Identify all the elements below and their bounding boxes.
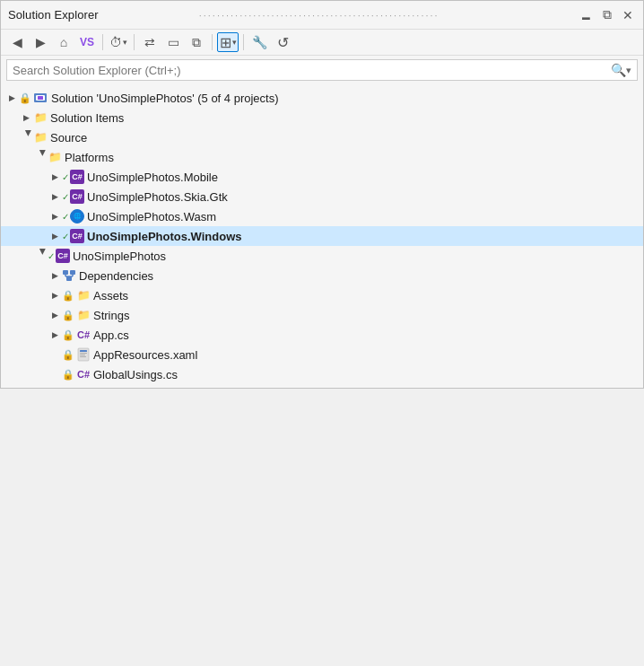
windows-expand[interactable]: ▶: [48, 229, 62, 243]
wasm-globe-icon: 🌐: [70, 209, 84, 223]
strings-label: Strings: [93, 309, 129, 322]
mobile-cs-icon: C#: [70, 170, 84, 184]
vs-button[interactable]: VS: [76, 32, 98, 52]
tree-view: ▶ 🔒 Solution 'UnoSimplePhotos' (5 of 4 p…: [1, 84, 643, 388]
strings-lock-icon: 🔒: [62, 310, 74, 321]
appcs-icon: C#: [76, 328, 91, 342]
windows-node[interactable]: ▶ ✓ C# UnoSimplePhotos.Windows: [1, 226, 643, 246]
split-button[interactable]: ▭: [162, 32, 184, 52]
dependencies-node[interactable]: ▶ Dependencies: [1, 266, 643, 285]
windows-check-icon: ✓: [62, 232, 69, 241]
windows-cs-icon: C#: [70, 229, 84, 243]
mobile-node[interactable]: ▶ ✓ C# UnoSimplePhotos.Mobile: [1, 167, 643, 187]
svg-rect-2: [38, 96, 43, 100]
home-button[interactable]: ⌂: [53, 32, 74, 52]
skia-csharp-icon: C#: [70, 189, 84, 204]
sep2: [134, 34, 135, 50]
deps-expand[interactable]: ▶: [48, 268, 62, 283]
source-collapse-arrow[interactable]: ▶: [19, 130, 33, 145]
title-bar: Solution Explorer ······················…: [1, 1, 643, 30]
back-button[interactable]: ◀: [6, 32, 28, 52]
svg-rect-11: [80, 350, 87, 352]
platforms-folder-icon: 📁: [48, 150, 62, 164]
appresources-label: AppResources.xaml: [93, 348, 197, 362]
dependencies-label: Dependencies: [79, 269, 153, 283]
view-button[interactable]: ⊞ ▾: [217, 32, 239, 52]
platforms-collapse-arrow[interactable]: ▶: [33, 150, 48, 164]
view-icon: ⊞: [220, 34, 231, 51]
pin-button[interactable]: 🗕: [577, 7, 595, 23]
skia-expand[interactable]: ▶: [48, 189, 62, 204]
globalusings-icon: C#: [76, 367, 91, 381]
back-icon: ◀: [13, 35, 22, 49]
appres-lock-icon: 🔒: [62, 349, 74, 361]
wasm-icon: 🌐: [70, 209, 84, 223]
mobile-expand[interactable]: ▶: [48, 170, 62, 184]
windows-csharp-icon: C#: [70, 229, 84, 243]
view-dropdown-icon: ▾: [232, 38, 237, 47]
strings-folder-icon: 📁: [76, 308, 91, 322]
solution-label: Solution 'UnoSimplePhotos' (5 of 4 proje…: [51, 92, 279, 105]
skia-gtk-node[interactable]: ▶ ✓ C# UnoSimplePhotos.Skia.Gtk: [1, 187, 643, 206]
history-icon: ⏱: [109, 35, 122, 49]
svg-rect-4: [70, 270, 75, 275]
forward-icon: ▶: [36, 35, 46, 49]
title-bar-buttons: 🗕 ⧉ ✕: [577, 6, 636, 23]
refresh-button[interactable]: ↺: [272, 32, 293, 52]
usp-csharp-icon: C#: [56, 249, 70, 263]
solution-items-folder-icon: 📁: [33, 110, 48, 125]
home-icon: ⌂: [60, 35, 67, 49]
forward-button[interactable]: ▶: [30, 32, 51, 52]
wasm-expand[interactable]: ▶: [48, 209, 62, 223]
history-dropdown-icon: ▾: [123, 38, 127, 47]
sync-button[interactable]: ⇄: [139, 32, 161, 52]
globalusings-label: GlobalUsings.cs: [93, 368, 178, 381]
platforms-node[interactable]: ▶ 📁 Platforms: [1, 147, 643, 167]
solution-items-expand[interactable]: ▶: [19, 110, 33, 125]
history-button[interactable]: ⏱ ▾: [108, 32, 129, 52]
usp-collapse-arrow[interactable]: ▶: [33, 249, 48, 263]
solution-collapse-arrow[interactable]: ▶: [4, 91, 19, 105]
appcs-expand[interactable]: ▶: [48, 328, 62, 342]
source-label: Source: [50, 131, 87, 145]
close-button[interactable]: ✕: [620, 7, 636, 23]
solution-node[interactable]: ▶ 🔒 Solution 'UnoSimplePhotos' (5 of 4 p…: [1, 88, 643, 108]
wasm-label: UnoSimplePhotos.Wasm: [87, 210, 216, 223]
assets-expand[interactable]: ▶: [48, 288, 62, 302]
appresources-node[interactable]: 🔒 AppResources.xaml: [1, 345, 643, 364]
uno-simple-photos-node[interactable]: ▶ ✓ C# UnoSimplePhotos: [1, 246, 643, 266]
usp-label: UnoSimplePhotos: [73, 250, 166, 263]
assets-node[interactable]: ▶ 🔒 📁 Assets: [1, 285, 643, 305]
lock-icon: 🔒: [19, 91, 31, 105]
sync-icon: ⇄: [144, 35, 155, 49]
wasm-node[interactable]: ▶ ✓ 🌐 UnoSimplePhotos.Wasm: [1, 206, 643, 226]
app-cs-node[interactable]: ▶ 🔒 C# App.cs: [1, 325, 643, 345]
search-bar[interactable]: 🔍 ▾: [6, 59, 638, 81]
solution-items-label: Solution Items: [50, 111, 124, 125]
mobile-csharp-icon: C#: [70, 170, 84, 184]
windows-label: UnoSimplePhotos.Windows: [87, 230, 242, 243]
settings-button[interactable]: 🔧: [248, 32, 270, 52]
copy-button[interactable]: ⧉: [186, 32, 207, 52]
svg-rect-12: [80, 353, 87, 354]
appres-icon: [76, 347, 91, 362]
appcs-label: App.cs: [93, 329, 129, 342]
wasm-check-icon: ✓: [62, 212, 69, 222]
strings-expand[interactable]: ▶: [48, 308, 62, 322]
strings-node[interactable]: ▶ 🔒 📁 Strings: [1, 305, 643, 325]
solution-items-node[interactable]: ▶ 📁 Solution Items: [1, 108, 643, 127]
platforms-label: Platforms: [65, 151, 114, 164]
svg-rect-13: [80, 355, 85, 355]
globalusings-node[interactable]: 🔒 C# GlobalUsings.cs: [1, 364, 643, 384]
detach-button[interactable]: ⧉: [600, 6, 614, 23]
svg-rect-3: [63, 270, 68, 275]
mobile-check-icon: ✓: [62, 172, 69, 182]
source-node[interactable]: ▶ 📁 Source: [1, 127, 643, 147]
deps-icon: [62, 268, 76, 283]
skia-cs-icon: C#: [70, 189, 84, 204]
assets-lock-icon: 🔒: [62, 290, 74, 302]
sep1: [102, 34, 103, 50]
search-input[interactable]: [13, 64, 611, 77]
search-dropdown-icon[interactable]: ▾: [626, 65, 631, 76]
skia-label: UnoSimplePhotos.Skia.Gtk: [87, 190, 228, 204]
